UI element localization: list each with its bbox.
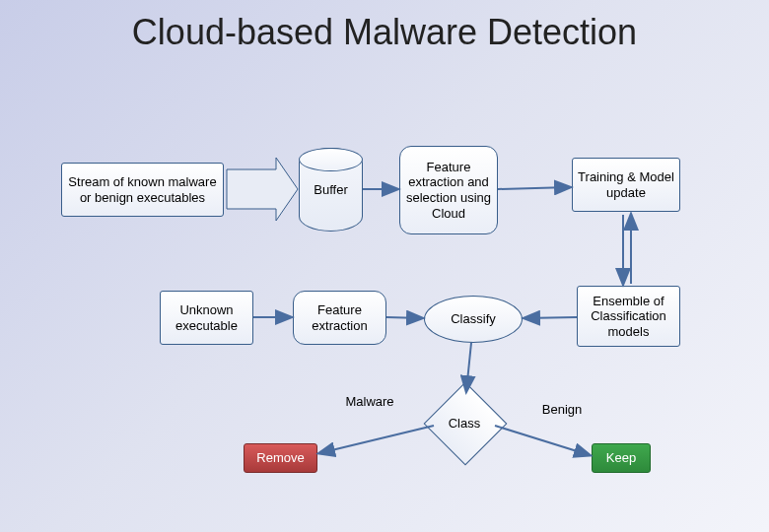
node-feature-extract: Feature extraction [293, 291, 386, 345]
svg-line-5 [386, 317, 422, 318]
edge-label-benign: Benign [532, 400, 592, 420]
svg-line-1 [498, 187, 570, 189]
node-training: Training & Model update [572, 158, 680, 212]
svg-line-6 [524, 317, 577, 318]
node-stream: Stream of known malware or benign execut… [61, 163, 224, 217]
node-classify: Classify [424, 296, 523, 343]
action-remove: Remove [244, 443, 317, 473]
node-unknown: Unknown executable [160, 291, 253, 345]
arrows-layer [0, 0, 769, 532]
node-feature-cloud: Feature extraction and selection using C… [399, 146, 498, 234]
node-buffer: Buffer [299, 148, 363, 232]
node-ensemble: Ensemble of Classification models [577, 286, 680, 347]
slide-title: Cloud-based Malware Detection [0, 12, 769, 53]
node-class-label: Class [436, 394, 493, 451]
node-buffer-label: Buffer [314, 182, 347, 198]
action-keep: Keep [592, 443, 651, 473]
svg-line-8 [319, 426, 434, 453]
edge-label-malware: Malware [335, 392, 404, 412]
svg-line-9 [495, 426, 590, 455]
